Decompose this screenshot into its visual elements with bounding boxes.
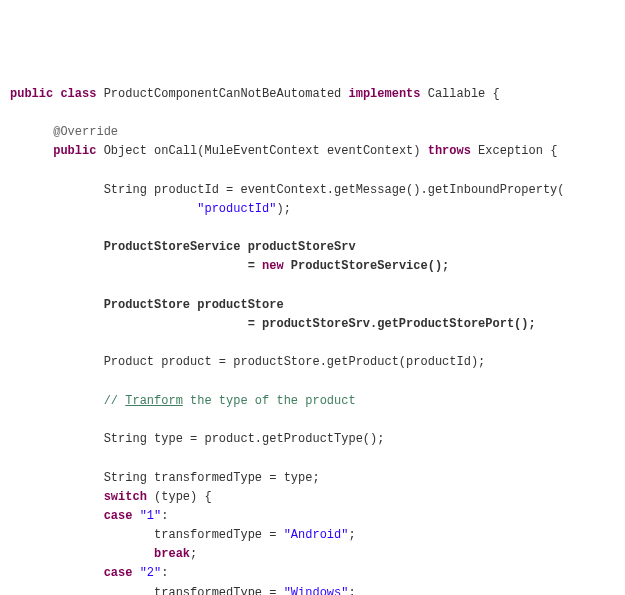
kw-switch: switch: [104, 490, 147, 504]
kw-public2: public: [53, 144, 96, 158]
method-sig: Object onCall(MuleEventContext eventCont…: [96, 144, 427, 158]
kw-public: public: [10, 87, 53, 101]
kw-new: new: [262, 259, 284, 273]
class-name: ProductComponentCanNotBeAutomated: [96, 87, 348, 101]
line-type: String type = product.getProductType();: [104, 432, 385, 446]
kw-case2: case: [104, 566, 133, 580]
semi2: ;: [190, 547, 197, 561]
code-block: public class ProductComponentCanNotBeAut…: [10, 85, 615, 595]
colon2: :: [161, 566, 168, 580]
semi1: ;: [348, 528, 355, 542]
line-transformed: String transformedType = type;: [104, 471, 320, 485]
kw-implements: implements: [348, 87, 420, 101]
line-productid-end: );: [276, 202, 290, 216]
kw-break1: break: [154, 547, 190, 561]
kw-throws: throws: [428, 144, 471, 158]
str-one: "1": [140, 509, 162, 523]
switch-cond: (type) {: [147, 490, 212, 504]
case2-body: transformedType =: [154, 586, 284, 595]
line-store-assign: = productStoreSrv.getProductStorePort();: [248, 317, 536, 331]
kw-case1: case: [104, 509, 133, 523]
line-store-decl: ProductStore productStore: [104, 298, 284, 312]
kw-class: class: [60, 87, 96, 101]
case1-body: transformedType =: [154, 528, 284, 542]
str-android: "Android": [284, 528, 349, 542]
line-srv-decl: ProductStoreService productStoreSrv: [104, 240, 356, 254]
str-productid: "productId": [197, 202, 276, 216]
str-two: "2": [140, 566, 162, 580]
str-windows: "Windows": [284, 586, 349, 595]
comment-transform: // Tranform the type of the product: [104, 394, 356, 408]
semi3: ;: [348, 586, 355, 595]
eq: =: [248, 259, 262, 273]
impl-name: Callable {: [421, 87, 500, 101]
line-srv-ctor: ProductStoreService();: [284, 259, 450, 273]
method-sig2: Exception {: [471, 144, 557, 158]
annotation-override: @Override: [53, 125, 118, 139]
colon1: :: [161, 509, 168, 523]
line-product: Product product = productStore.getProduc…: [104, 355, 486, 369]
line-productid: String productId = eventContext.getMessa…: [104, 183, 565, 197]
